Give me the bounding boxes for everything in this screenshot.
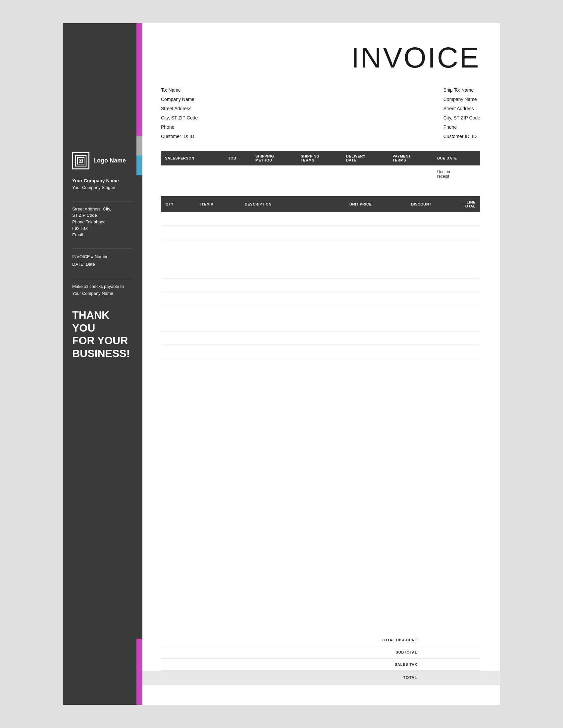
subtotal-row: SUBTOTAL [161, 646, 480, 659]
item-row-12 [161, 358, 480, 371]
item-2 [196, 225, 240, 239]
total-1 [436, 212, 480, 225]
due-date-value: Due onreceipt [433, 165, 480, 183]
desc-2 [240, 225, 313, 239]
email-line: Email [72, 232, 132, 238]
invoice-date: DATE: Date [72, 260, 132, 268]
fax-line: Fax Fax [72, 225, 132, 232]
bill-to-company: Company Name [161, 95, 198, 104]
col-shipping-method: SHIPPINGMETHOD [251, 151, 297, 165]
item-9 [196, 318, 240, 331]
logo-icon [72, 152, 89, 169]
disc-9 [376, 318, 436, 331]
disc-7 [376, 292, 436, 305]
total-discount-row: TOTAL DISCOUNT [161, 634, 480, 646]
sidebar: Logo Name Your Company Name Your Company… [63, 23, 142, 705]
item-row-3 [161, 239, 480, 252]
logo-svg [75, 155, 87, 167]
bill-to-name: To: Name [161, 85, 198, 95]
job-value [224, 165, 251, 183]
item-row-9 [161, 318, 480, 331]
total-11 [436, 344, 480, 358]
main-content: INVOICE To: Name Company Name Street Add… [142, 23, 500, 705]
disc-2 [376, 225, 436, 239]
price-4 [313, 252, 376, 265]
col-shipping-terms: SHIPPINGTERMS [297, 151, 342, 165]
desc-7 [240, 292, 313, 305]
col-due-date: DUE DATE [433, 151, 480, 165]
company-name: Your Company Name [72, 177, 132, 184]
company-info: Your Company Name Your Company Slogan [72, 177, 132, 191]
item-4 [196, 252, 240, 265]
price-11 [313, 344, 376, 358]
checks-note: Make all checks payable to Your Company … [72, 283, 132, 297]
spacer [161, 371, 480, 621]
total-6 [436, 278, 480, 292]
qty-4 [161, 252, 196, 265]
qty-2 [161, 225, 196, 239]
thank-you: THANK YOUFOR YOURBUSINESS! [72, 309, 132, 360]
col-qty: QTY [161, 196, 196, 212]
total-label: TOTAL [354, 675, 427, 680]
item-11 [196, 344, 240, 358]
items-table: QTY ITEM # DESCRIPTION UNIT PRICE DISCOU… [161, 196, 480, 371]
bill-to-street: Street Address [161, 104, 198, 113]
total-3 [436, 239, 480, 252]
info-table: SALESPERSON JOB SHIPPINGMETHOD SHIPPINGT… [161, 151, 480, 183]
col-description: DESCRIPTION [240, 196, 313, 212]
divider-2 [72, 249, 132, 249]
sidebar-content: Logo Name Your Company Name Your Company… [63, 23, 142, 705]
item-5 [196, 265, 240, 278]
desc-9 [240, 318, 313, 331]
item-8 [196, 305, 240, 318]
invoice-page: Logo Name Your Company Name Your Company… [63, 23, 500, 705]
qty-8 [161, 305, 196, 318]
desc-4 [240, 252, 313, 265]
price-1 [313, 212, 376, 225]
qty-10 [161, 331, 196, 344]
desc-6 [240, 278, 313, 292]
col-payment-terms: PAYMENTTERMS [389, 151, 433, 165]
salesperson-value [161, 165, 224, 183]
accent-cyan [136, 156, 142, 175]
shipping-method-value [251, 165, 297, 183]
total-9 [436, 318, 480, 331]
sales-tax-row: SALES TAX [161, 659, 480, 671]
ship-to-name: Ship To: Name [444, 85, 480, 95]
qty-1 [161, 212, 196, 225]
delivery-date-value [342, 165, 389, 183]
disc-6 [376, 278, 436, 292]
invoice-number: INVOICE # Number [72, 253, 132, 260]
disc-3 [376, 239, 436, 252]
qty-5 [161, 265, 196, 278]
item-3 [196, 239, 240, 252]
col-unit-price: UNIT PRICE [313, 196, 376, 212]
col-item: ITEM # [196, 196, 240, 212]
disc-10 [376, 331, 436, 344]
disc-1 [376, 212, 436, 225]
divider-1 [72, 202, 132, 202]
company-address: Street Address, City, ST ZIP Code Phone … [72, 206, 132, 238]
item-row-8 [161, 305, 480, 318]
accent-bottom [136, 639, 142, 705]
total-4 [436, 252, 480, 265]
shipping-terms-value [297, 165, 342, 183]
item-6 [196, 278, 240, 292]
ship-to-phone: Phone [444, 122, 480, 132]
item-row-1 [161, 212, 480, 225]
addresses: To: Name Company Name Street Address Cit… [161, 85, 480, 141]
disc-5 [376, 265, 436, 278]
ship-to-street: Street Address [444, 104, 480, 113]
logo-area: Logo Name [72, 152, 132, 169]
qty-12 [161, 358, 196, 371]
item-7 [196, 292, 240, 305]
svg-rect-3 [80, 160, 81, 161]
price-10 [313, 331, 376, 344]
disc-11 [376, 344, 436, 358]
ship-to-city: City, ST ZIP Code [444, 113, 480, 122]
desc-5 [240, 265, 313, 278]
bill-to-customer-id: Customer ID: ID [161, 132, 198, 141]
qty-3 [161, 239, 196, 252]
desc-3 [240, 239, 313, 252]
ship-to: Ship To: Name Company Name Street Addres… [444, 85, 480, 141]
